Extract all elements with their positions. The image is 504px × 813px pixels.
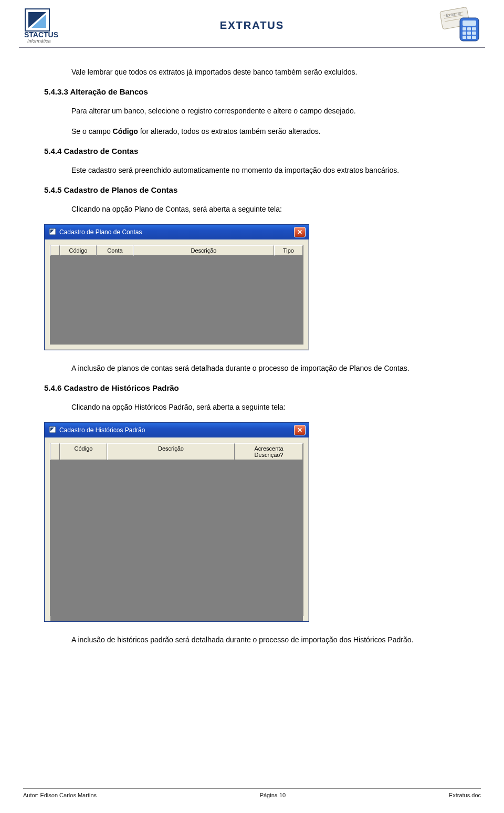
heading-5-4-3-3: 5.4.3.3 Alteração de Bancos	[44, 87, 460, 96]
text: Para alterar um banco, selecione o regis…	[71, 107, 356, 115]
grid-column-header[interactable]: Tipo	[274, 245, 303, 256]
window-title: Cadastro de Históricos Padrão	[59, 426, 145, 434]
text-bold: Código	[113, 127, 138, 136]
window-plano-de-contas: Cadastro de Plano de Contas ✕ Código Con…	[44, 224, 309, 350]
svg-rect-19	[467, 36, 471, 39]
footer-divider	[23, 788, 481, 789]
svg-rect-17	[472, 32, 476, 35]
svg-rect-18	[463, 36, 466, 39]
footer-page: Página 10	[260, 792, 286, 798]
svg-text:Informática: Informática	[27, 38, 51, 44]
page-header: STACTUS Informática EXTRATUS Extratus	[0, 0, 504, 47]
svg-rect-11	[463, 20, 476, 26]
logo-stactus: STACTUS Informática	[21, 7, 66, 44]
text: A inclusão de históricos padrão será det…	[71, 635, 413, 644]
paragraph: Este cadastro será preenchido automatica…	[44, 165, 460, 176]
grid-body-empty	[50, 460, 303, 621]
text: Este cadastro será preenchido automatica…	[71, 166, 399, 174]
page-footer: Autor: Edison Carlos Martins Página 10 E…	[0, 788, 504, 798]
heading-5-4-5: 5.4.5 Cadastro de Planos de Contas	[44, 185, 460, 194]
svg-rect-15	[463, 32, 466, 35]
window-titlebar[interactable]: Cadastro de Plano de Contas ✕	[45, 225, 309, 239]
data-grid[interactable]: Código Descrição Acrescenta Descrição?	[50, 443, 303, 616]
text: A inclusão de planos de contas será deta…	[71, 364, 410, 372]
paragraph: Para alterar um banco, selecione o regis…	[44, 106, 460, 117]
paragraph: Se o campo Código for alterado, todos os…	[44, 126, 460, 137]
footer-author: Autor: Edison Carlos Martins	[23, 792, 97, 798]
grid-header-row: Código Conta Descrição Tipo	[50, 245, 303, 256]
heading-5-4-4: 5.4.4 Cadastro de Contas	[44, 147, 460, 155]
svg-rect-16	[467, 32, 471, 35]
grid-column-header[interactable]: Descrição	[107, 443, 235, 460]
data-grid[interactable]: Código Conta Descrição Tipo	[50, 245, 303, 345]
grid-column-header[interactable]: Descrição	[133, 245, 274, 256]
text: for alterado, todos os extratos também s…	[138, 127, 321, 136]
close-icon: ✕	[297, 228, 302, 236]
window-titlebar[interactable]: Cadastro de Históricos Padrão ✕	[45, 423, 309, 437]
document-body: Vale lembrar que todos os extratos já im…	[0, 48, 504, 645]
svg-text:STACTUS: STACTUS	[24, 30, 58, 39]
svg-rect-20	[472, 36, 476, 39]
grid-body-empty	[50, 256, 303, 343]
svg-rect-12	[463, 27, 466, 30]
text: Clicando na opção Históricos Padrão, ser…	[71, 403, 286, 411]
close-button[interactable]: ✕	[294, 227, 306, 237]
paragraph: A inclusão de históricos padrão será det…	[44, 634, 460, 645]
grid-column-header[interactable]: Código	[60, 245, 97, 256]
text: Clicando na opção Plano de Contas, será …	[71, 205, 282, 213]
grid-column-header[interactable]: Código	[60, 443, 107, 460]
grid-row-selector-col	[50, 245, 60, 256]
close-button[interactable]: ✕	[294, 425, 306, 435]
footer-file: Extratus.doc	[449, 792, 481, 798]
paragraph: A inclusão de planos de contas será deta…	[44, 363, 460, 374]
window-app-icon	[49, 426, 56, 435]
svg-rect-23	[49, 426, 56, 433]
paragraph: Vale lembrar que todos os extratos já im…	[44, 67, 460, 78]
svg-rect-21	[49, 228, 56, 235]
heading-5-4-6: 5.4.6 Cadastro de Históricos Padrão	[44, 383, 460, 392]
grid-row-selector-col	[50, 443, 60, 460]
text: Se o campo	[71, 127, 113, 136]
window-title: Cadastro de Plano de Contas	[59, 228, 142, 236]
window-body: Código Conta Descrição Tipo	[45, 239, 309, 350]
svg-rect-13	[467, 27, 471, 30]
grid-column-header[interactable]: Acrescenta Descrição?	[235, 443, 303, 460]
window-body: Código Descrição Acrescenta Descrição?	[45, 437, 309, 621]
text: Vale lembrar que todos os extratos já im…	[71, 68, 357, 76]
window-app-icon	[49, 228, 56, 237]
paragraph: Clicando na opção Históricos Padrão, ser…	[44, 402, 460, 413]
grid-column-header[interactable]: Conta	[97, 245, 133, 256]
paragraph: Clicando na opção Plano de Contas, será …	[44, 204, 460, 215]
page-title: EXTRATUS	[220, 19, 284, 32]
grid-header-row: Código Descrição Acrescenta Descrição?	[50, 443, 303, 460]
extratus-calculator-icon: Extratus	[438, 6, 483, 44]
svg-rect-14	[472, 27, 476, 30]
window-historicos-padrao: Cadastro de Históricos Padrão ✕ Código D…	[44, 422, 309, 622]
close-icon: ✕	[297, 426, 302, 434]
